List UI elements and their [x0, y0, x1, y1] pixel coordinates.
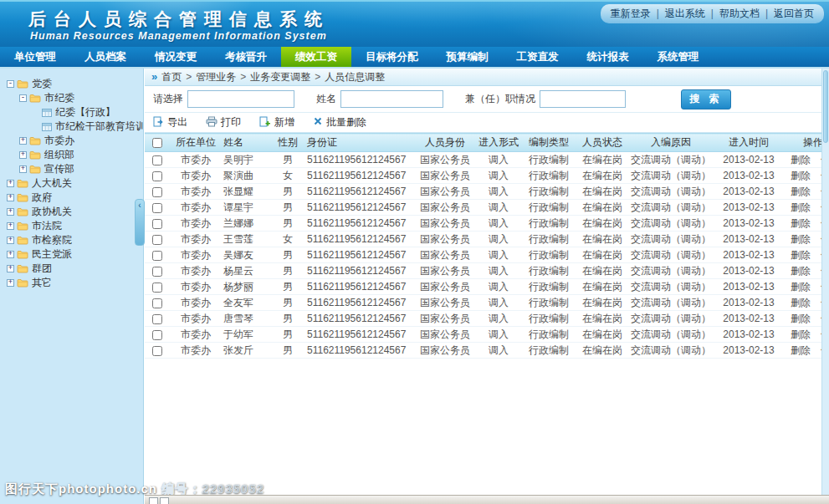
sidebar-item[interactable]: +宣传部 — [0, 162, 143, 176]
menu-item-active[interactable]: 绩效工资 — [281, 47, 351, 67]
row-checkbox[interactable] — [152, 171, 162, 181]
delete-link[interactable]: 删除 — [791, 233, 811, 245]
expand-icon[interactable]: + — [7, 208, 14, 216]
print-button[interactable]: 打印 — [206, 115, 241, 130]
breadcrumb-item[interactable]: 业务变更调整 — [250, 71, 310, 83]
sidebar-item[interactable]: +政协机关 — [0, 205, 143, 219]
delete-link[interactable]: 删除 — [791, 249, 811, 261]
sidebar-item[interactable]: +市法院 — [0, 219, 143, 233]
sidebar-item[interactable]: 市纪检干部教育培训中心 — [0, 120, 143, 134]
toolbar: 导出打印新增批量删除 — [145, 113, 822, 133]
collapse-icon[interactable]: - — [7, 80, 14, 88]
menu-item[interactable]: 统计报表 — [573, 47, 643, 67]
delete-link[interactable]: 删除 — [791, 217, 811, 229]
header-link[interactable]: 重新登录 — [611, 8, 651, 19]
delete-link[interactable]: 删除 — [791, 313, 811, 324]
unit-cell: 市委办 — [170, 327, 222, 343]
expand-icon[interactable]: + — [19, 137, 27, 145]
expand-icon[interactable]: + — [7, 265, 14, 272]
delete-link[interactable]: 删除 — [791, 170, 811, 181]
sidebar-item[interactable]: -市纪委 — [0, 91, 143, 105]
unit-cell: 市委办 — [170, 311, 222, 327]
expand-icon[interactable]: + — [7, 222, 14, 230]
row-checkbox[interactable] — [152, 314, 162, 324]
menu-item[interactable]: 人员档案 — [70, 47, 141, 67]
header-link[interactable]: 返回首页 — [774, 8, 814, 19]
row-checkbox[interactable] — [152, 251, 162, 261]
pager-prev-button[interactable] — [160, 497, 169, 504]
delete-link[interactable]: 删除 — [791, 265, 811, 277]
delete-link[interactable]: 删除 — [791, 328, 811, 340]
sidebar-collapse-handle[interactable]: ‹ — [135, 199, 145, 246]
row-checkbox[interactable] — [152, 346, 162, 356]
breadcrumb-item[interactable]: 首页 — [161, 71, 182, 83]
menu-item[interactable]: 系统管理 — [643, 47, 714, 67]
vertical-scrollbar[interactable] — [821, 69, 829, 496]
pager-first-button[interactable] — [149, 497, 158, 504]
search-button[interactable]: 搜 索 — [681, 89, 731, 109]
scrollbar-thumb[interactable] — [823, 70, 828, 143]
row-checkbox[interactable] — [152, 203, 162, 213]
row-checkbox[interactable] — [152, 219, 162, 229]
collapse-icon[interactable]: - — [19, 94, 27, 102]
row-checkbox[interactable] — [152, 235, 162, 245]
column-header: 进入时间 — [714, 134, 784, 152]
expand-icon[interactable]: + — [19, 151, 27, 159]
position-input[interactable] — [540, 90, 626, 108]
expand-icon[interactable]: + — [7, 279, 14, 287]
row-checkbox[interactable] — [152, 298, 162, 308]
delete-link[interactable]: 删除 — [791, 297, 811, 308]
expand-icon[interactable]: + — [19, 165, 27, 173]
menu-item[interactable]: 预算编制 — [432, 47, 503, 67]
entry-form-cell: 调入 — [476, 247, 521, 263]
select-all-checkbox[interactable] — [152, 138, 162, 148]
row-checkbox[interactable] — [152, 330, 162, 340]
menu-item[interactable]: 考核晋升 — [211, 47, 281, 67]
name-cell: 于幼军 — [222, 327, 270, 343]
delete-link[interactable]: 删除 — [791, 154, 811, 165]
identity-cell: 国家公务员 — [414, 216, 476, 232]
id-card-cell: 511621195612124567 — [305, 343, 414, 359]
folder-icon — [29, 136, 41, 145]
sidebar-item[interactable]: 纪委【行政】 — [0, 105, 143, 120]
breadcrumb-item[interactable]: 管理业务 — [196, 71, 236, 83]
date-cell: 2013-02-13 — [714, 327, 784, 343]
sidebar-item[interactable]: +群团 — [0, 262, 143, 276]
sidebar-item[interactable]: +人大机关 — [0, 176, 143, 191]
menu-item[interactable]: 工资直发 — [503, 47, 573, 67]
menu-item[interactable]: 目标将分配 — [351, 47, 432, 67]
row-checkbox[interactable] — [152, 155, 162, 165]
app-header: 后台人员综合管理信息系统 Human Resources Management … — [0, 0, 829, 47]
delete-link[interactable]: 删除 — [791, 344, 811, 356]
name-input[interactable] — [340, 90, 443, 108]
unit-select-input[interactable] — [187, 90, 294, 108]
sidebar-item[interactable]: +民主党派 — [0, 247, 143, 262]
expand-icon[interactable]: + — [7, 237, 14, 244]
sidebar-item[interactable]: +组织部 — [0, 148, 143, 162]
column-header: 入编原因 — [628, 134, 714, 152]
row-checkbox[interactable] — [152, 267, 162, 277]
column-header: 所在单位 — [170, 134, 222, 152]
row-checkbox[interactable] — [152, 187, 162, 197]
sidebar-item[interactable]: +政府 — [0, 191, 143, 205]
reason-cell: 交流调动（调动） — [628, 200, 714, 216]
header-link[interactable]: 帮助文档 — [719, 8, 760, 19]
sidebar-item[interactable]: +其它 — [0, 276, 143, 290]
expand-icon[interactable]: + — [7, 180, 14, 187]
expand-icon[interactable]: + — [7, 251, 14, 258]
sidebar-item[interactable]: +市检察院 — [0, 233, 143, 247]
delete-link[interactable]: 删除 — [791, 281, 811, 293]
menu-item[interactable]: 单位管理 — [0, 47, 70, 67]
menu-item[interactable]: 情况变更 — [141, 47, 211, 67]
delete-link[interactable]: 删除 — [791, 201, 811, 213]
export-button[interactable]: 导出 — [153, 115, 187, 130]
add-button[interactable]: 新增 — [259, 115, 294, 130]
header-link[interactable]: 退出系统 — [665, 8, 705, 19]
row-checkbox[interactable] — [152, 283, 162, 293]
sidebar-item[interactable]: -党委 — [0, 77, 143, 91]
breadcrumb-item[interactable]: 人员信息调整 — [325, 71, 385, 83]
sidebar-item[interactable]: +市委办 — [0, 134, 143, 148]
batch-delete-button[interactable]: 批量删除 — [313, 115, 366, 130]
delete-link[interactable]: 删除 — [791, 186, 811, 197]
expand-icon[interactable]: + — [7, 194, 14, 201]
